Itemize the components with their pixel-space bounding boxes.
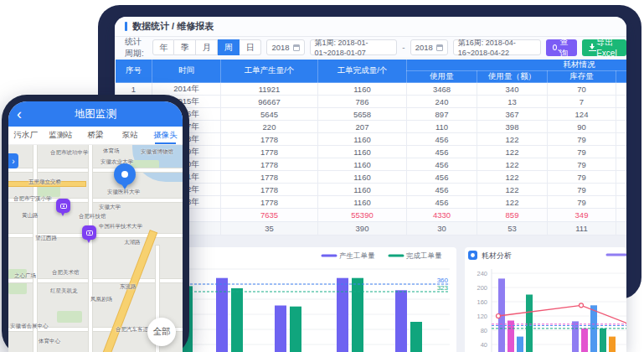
- all-filter-button[interactable]: 全部: [147, 318, 176, 346]
- map-label: 合肥科技馆: [79, 213, 106, 220]
- period-option-年[interactable]: 年: [152, 39, 174, 55]
- export-button-label: 导出Excel: [596, 37, 620, 58]
- svg-text:产生工单量: 产生工单量: [339, 251, 375, 260]
- week-range-to-value: 第16周: 2018-04-16~2018-04-22: [458, 38, 536, 57]
- table-subheader: 使用量: [407, 71, 477, 83]
- phone-tab-监测站[interactable]: 监测站: [44, 127, 79, 144]
- table-row: 12014年119211160346834070250: [116, 83, 627, 96]
- map-label: 合肥市宁溪小学: [13, 195, 52, 203]
- week-range-from-value: 第1周: 2018-01-01~2018-01-07: [315, 38, 393, 57]
- map-label: 五里墩立交桥: [28, 179, 61, 186]
- year-from-select[interactable]: 2018: [266, 39, 304, 55]
- map-label: 之心广场: [14, 272, 36, 280]
- table-row: 52018年177811604561227967: [116, 133, 627, 146]
- map-label: 黄山路: [22, 212, 39, 220]
- calendar-icon: [436, 44, 443, 51]
- svg-text:360: 360: [437, 277, 449, 284]
- map-label: 体育场: [103, 148, 120, 155]
- chart-card-consumables: 耗材分析2402001601208040: [465, 247, 626, 352]
- breadcrumb: 数据统计 / 维修报表: [115, 17, 626, 37]
- phone-tab-bar: 污水厂监测站桥梁泵站摄像头: [8, 127, 183, 145]
- svg-text:323: 323: [437, 284, 449, 292]
- map-label: 合肥美术馆: [52, 269, 80, 277]
- svg-text:240: 240: [477, 270, 487, 277]
- map-label: 望江西路: [35, 235, 57, 242]
- table-subheader: 使用量（额）: [477, 71, 548, 83]
- table-subheader: 库存量: [548, 71, 616, 83]
- phone-title: 地图监测: [75, 107, 116, 122]
- breadcrumb-text: 数据统计 / 维修报表: [132, 20, 214, 33]
- table-row: 42017年2202071103989019: [116, 121, 627, 133]
- map-road: [33, 145, 37, 352]
- table-header: 工单完成量/个: [318, 60, 407, 83]
- svg-text:40: 40: [481, 341, 487, 349]
- average-row: 平均值35390305311114: [116, 222, 627, 236]
- calendar-icon: [293, 44, 300, 51]
- camera-marker[interactable]: [82, 225, 96, 240]
- svg-text:80: 80: [481, 327, 487, 334]
- svg-text:200: 200: [477, 284, 487, 292]
- export-excel-button[interactable]: 导出Excel: [582, 39, 626, 56]
- week-range-from[interactable]: 第1周: 2018-01-01~2018-01-07: [310, 39, 398, 55]
- dashboard-card: 数据统计 / 维修报表 统计周期: 年季月周日 2018 第1周: 2018-0…: [115, 17, 626, 352]
- table-row: 102023年177811604561227967: [116, 196, 627, 209]
- period-option-季[interactable]: 季: [174, 39, 196, 55]
- map-label: 红星美凯龙: [50, 287, 78, 295]
- period-option-日[interactable]: 日: [240, 39, 261, 55]
- repair-table: 序号时间工单产生量/个工单完成量/个耗材情况使用量使用量（额）库存量金额1201…: [115, 59, 626, 236]
- table-row: 32016年56455658897367124129: [116, 108, 627, 121]
- search-icon: [553, 44, 557, 50]
- filter-bar: 统计周期: 年季月周日 2018 第1周: 2018-01-01~2018-01…: [115, 37, 626, 59]
- download-icon: [589, 44, 594, 51]
- period-option-月[interactable]: 月: [196, 39, 218, 55]
- week-range-to[interactable]: 第16周: 2018-04-16~2018-04-22: [453, 39, 541, 55]
- map-label: 体育中心: [39, 338, 60, 345]
- phone-header: ‹ 地图监测: [8, 101, 183, 127]
- phone-tab-摄像头[interactable]: 摄像头: [147, 127, 183, 144]
- year-from-value: 2018: [271, 43, 289, 52]
- marker-dot: [121, 171, 128, 178]
- map-label: 太湖路: [124, 239, 141, 246]
- selected-camera-marker[interactable]: [114, 163, 136, 185]
- map-label: 东流路: [120, 283, 137, 291]
- expand-panel-button[interactable]: ›: [8, 153, 18, 168]
- range-separator: -: [402, 43, 404, 52]
- table-header: 序号: [116, 60, 152, 83]
- charts-row: 360323产生工单量完成工单量 耗材分析2402001601208040: [115, 247, 626, 352]
- map-label: 中国科学技术大学: [99, 223, 142, 230]
- table-header: 工单产生量/个: [221, 60, 318, 83]
- table-subheader: 金额: [616, 71, 627, 83]
- totals-row: 合计763555390433085934933: [116, 209, 627, 222]
- phone-screen: ‹ 地图监测 污水厂监测站桥梁泵站摄像头 合肥市琥珀中学体育场安徽农业大学安徽省…: [8, 101, 183, 352]
- camera-icon: [60, 204, 67, 209]
- accent-bar: [125, 22, 127, 31]
- period-label: 统计周期:: [125, 36, 147, 60]
- back-icon[interactable]: ‹: [17, 103, 22, 125]
- table-row: 92022年177811604561227967: [116, 184, 627, 196]
- svg-text:耗材分析: 耗材分析: [482, 251, 512, 260]
- phone-mockup: ‹ 地图监测 污水厂监测站桥梁泵站摄像头 合肥市琥珀中学体育场安徽农业大学安徽省…: [2, 95, 189, 352]
- period-option-周[interactable]: 周: [218, 39, 240, 55]
- map-label: 合肥市琥珀中学: [50, 149, 89, 157]
- camera-marker[interactable]: [56, 199, 70, 213]
- map-label: 安徽医科大学: [107, 189, 140, 196]
- period-segmented-control: 年季月周日: [152, 39, 261, 55]
- map-highway: [81, 230, 157, 352]
- section-gap: [115, 236, 626, 247]
- table-row: 62019年177811604561227967: [116, 146, 627, 158]
- map-label: 安徽省博物馆: [141, 148, 173, 156]
- camera-icon: [86, 230, 93, 236]
- map-label: 安徽省会展中心: [10, 323, 49, 330]
- search-button-label: 查询: [560, 36, 570, 60]
- phone-tab-泵站[interactable]: 泵站: [113, 127, 148, 144]
- map-park: [57, 311, 82, 323]
- year-to-select[interactable]: 2018: [410, 39, 448, 55]
- map-view[interactable]: 合肥市琥珀中学体育场安徽农业大学安徽省博物馆五里墩立交桥安徽医科大学合肥市宁溪小…: [8, 145, 183, 352]
- table-row: 22015年96667786240137690: [116, 96, 627, 108]
- phone-tab-污水厂[interactable]: 污水厂: [8, 127, 44, 144]
- year-to-value: 2018: [415, 43, 433, 52]
- svg-text:完成工单量: 完成工单量: [406, 251, 442, 260]
- search-button[interactable]: 查询: [546, 39, 577, 56]
- repair-table-container: 序号时间工单产生量/个工单完成量/个耗材情况使用量使用量（额）库存量金额1201…: [115, 59, 626, 236]
- phone-tab-桥梁[interactable]: 桥梁: [78, 127, 113, 144]
